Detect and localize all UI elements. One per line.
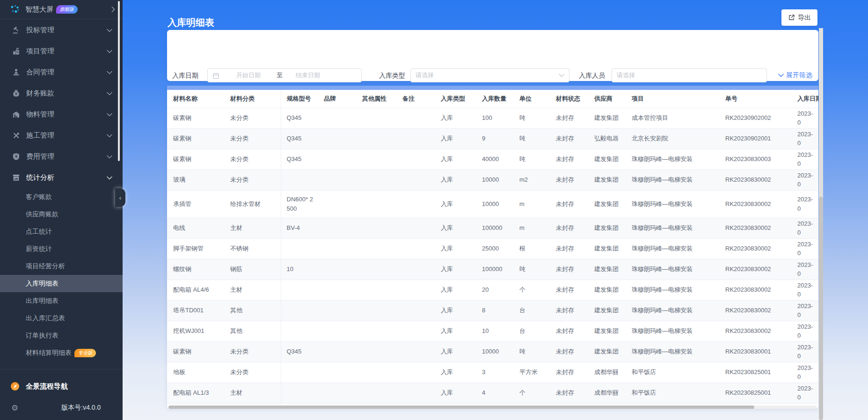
cell: 不锈钢 [225, 238, 281, 259]
table-row[interactable]: 配电箱 AL1/3主材入库4个未封存成都华丽和平饭店RK202308250012… [167, 383, 818, 403]
table-row[interactable]: 脚手架钢管不锈钢入库25000根未封存建发集团珠穆朗玛峰—电梯安装RK20230… [167, 238, 818, 259]
page-scrollbar-thumb[interactable] [819, 197, 823, 420]
sidebar-subitem-5[interactable]: 入库明细表 [0, 275, 123, 292]
cell [357, 218, 397, 238]
table-row[interactable]: 螺纹钢钢筋10入库100000吨未封存建发集团珠穆朗玛峰—电梯安装RK20230… [167, 259, 818, 280]
column-header-12[interactable]: 单号 [720, 90, 792, 108]
cell [397, 341, 435, 362]
sidebar-collapse-button[interactable]: ‹ [115, 188, 125, 207]
cell: 给排水管材 [225, 190, 281, 218]
expand-filters-link[interactable]: 展开筛选 [778, 68, 812, 82]
stats-icon [12, 174, 20, 182]
table-row[interactable]: 碳素钢未分类Q345入库100吨未封存建发集团成本管控项目RK202309020… [167, 108, 818, 128]
cell: 珠穆朗玛峰—电梯安装 [626, 190, 720, 218]
sidebar-item-7[interactable]: 统计分析 [0, 167, 123, 188]
column-header-10[interactable]: 供应商 [589, 90, 626, 108]
cell: 台 [514, 300, 550, 321]
table-row[interactable]: 碳素钢未分类Q345入库9吨未封存弘毅电器北京长安剧院RK20230902001… [167, 128, 818, 149]
table-row[interactable]: 塔吊TD001其他入库8台未封存建发集团珠穆朗玛峰—电梯安装RK20230830… [167, 300, 818, 321]
cell: RK20230825001 [720, 362, 792, 383]
sidebar-subitem-9[interactable]: 材料结算明细表专业版 [0, 344, 123, 361]
cell [318, 321, 357, 341]
sidebar-item-6[interactable]: ¥费用管理 [0, 146, 123, 167]
table-row[interactable]: 碳素钢未分类Q345入库40000吨未封存建发集团珠穆朗玛峰—电梯安装RK202… [167, 149, 818, 169]
column-header-2[interactable]: 规格型号 [281, 90, 318, 108]
cell: 入库 [435, 149, 476, 169]
cell: 10000 [476, 169, 514, 190]
expand-filters-label: 展开筛选 [786, 71, 812, 80]
column-header-6[interactable]: 入库类型 [435, 90, 476, 108]
sidebar-item-panorama-nav[interactable]: 全景流程导航 [0, 377, 123, 396]
cell [357, 383, 397, 403]
cell [318, 108, 357, 128]
column-header-4[interactable]: 其他属性 [357, 90, 397, 108]
cell: 未封存 [550, 321, 589, 341]
table-row[interactable]: 电线主材BV-4入库100000m未封存建发集团珠穆朗玛峰—电梯安装RK2023… [167, 218, 818, 238]
column-header-5[interactable]: 备注 [397, 90, 435, 108]
cell: 吨 [514, 341, 550, 362]
column-header-7[interactable]: 入库数量 [476, 90, 514, 108]
column-header-1[interactable]: 材料分类 [225, 90, 281, 108]
cell: RK20230902001 [720, 128, 792, 149]
column-header-13[interactable]: 入库日期 [792, 90, 818, 108]
cell: 弘毅电器 [589, 128, 626, 149]
table-row[interactable]: 碳素钢未分类Q345入库10000吨未封存建发集团珠穆朗玛峰—电梯安装RK202… [167, 341, 818, 362]
table-row[interactable]: 挖机WJ001其他入库10台未封存建发集团珠穆朗玛峰—电梯安装RK2023083… [167, 321, 818, 341]
table-row[interactable]: 承插管给排水管材DN600* 2500入库10000m未封存建发集团珠穆朗玛峰—… [167, 190, 818, 218]
cell: DN600* 2500 [281, 190, 318, 218]
cell [357, 238, 397, 259]
gear-icon[interactable]: ⚙ [11, 404, 18, 412]
sidebar-scrollbar[interactable] [118, 1, 120, 161]
sidebar-item-1[interactable]: 项目管理 [0, 41, 123, 62]
column-header-9[interactable]: 材料状态 [550, 90, 589, 108]
sidebar-subitem-8[interactable]: 订单执行表 [0, 327, 123, 344]
cell: 2023-0 [792, 280, 818, 300]
cell [318, 259, 357, 280]
person-select-placeholder: 请选择 [617, 71, 635, 80]
type-select[interactable]: 请选择 [410, 68, 569, 82]
sidebar-subitem-6[interactable]: 出库明细表 [0, 292, 123, 309]
table-row[interactable]: 配电箱 AL4/6主材入库20个未封存建发集团珠穆朗玛峰—电梯安装RK20230… [167, 280, 818, 300]
sidebar-brand[interactable]: 智慧大屏 旗舰版 [0, 0, 123, 19]
sidebar-subitem-1[interactable]: 供应商账款 [0, 206, 123, 223]
sidebar-subitem-7[interactable]: 出入库汇总表 [0, 309, 123, 327]
cell: 10 [476, 321, 514, 341]
cell [281, 300, 318, 321]
cell: 塔吊TD001 [167, 300, 225, 321]
sidebar-item-2[interactable]: 合同管理 [0, 62, 123, 83]
column-header-11[interactable]: 项目 [626, 90, 720, 108]
sidebar-subitem-4[interactable]: 项目经营分析 [0, 258, 123, 275]
cell [357, 108, 397, 128]
column-header-3[interactable]: 品牌 [318, 90, 357, 108]
table-row[interactable]: 玻璃未分类入库10000m2未封存建发集团珠穆朗玛峰—电梯安装RK2023083… [167, 169, 818, 190]
cell: 未分类 [225, 341, 281, 362]
sidebar-item-3[interactable]: ¥财务账款 [0, 83, 123, 104]
cell: RK20230830003 [720, 149, 792, 169]
sidebar-item-0[interactable]: 投标管理 [0, 20, 123, 41]
sidebar-subitem-2[interactable]: 点工统计 [0, 223, 123, 240]
warehouse-icon [12, 111, 20, 118]
cell: 珠穆朗玛峰—电梯安装 [626, 218, 720, 238]
column-header-8[interactable]: 单位 [514, 90, 550, 108]
cell: 主材 [225, 280, 281, 300]
column-header-0[interactable]: 材料名称 [167, 90, 225, 108]
page-scrollbar [819, 28, 823, 420]
person-select[interactable]: 请选择 [612, 68, 767, 82]
sidebar-item-5[interactable]: 施工管理 [0, 125, 123, 146]
cell: 建发集团 [589, 108, 626, 128]
horizontal-scrollbar-thumb[interactable] [168, 405, 754, 409]
sidebar-item-4[interactable]: 物料管理 [0, 104, 123, 125]
date-range-input[interactable]: 开始日期 至 结束日期 [207, 68, 362, 82]
sidebar-subitem-0[interactable]: 客户账款 [0, 188, 123, 206]
sidebar-subitem-3[interactable]: 薪资统计 [0, 240, 123, 258]
cell [318, 362, 357, 383]
cell: 入库 [435, 362, 476, 383]
cell: m2 [514, 169, 550, 190]
export-button[interactable]: 导出 [781, 9, 817, 26]
cell: 未封存 [550, 190, 589, 218]
table-row[interactable]: 地板未分类入库3平方米未封存成都华丽和平饭店RK202308250012023-… [167, 362, 818, 383]
cell [397, 108, 435, 128]
cell: 100 [476, 108, 514, 128]
cell: 未封存 [550, 300, 589, 321]
cell: RK20230830002 [720, 169, 792, 190]
